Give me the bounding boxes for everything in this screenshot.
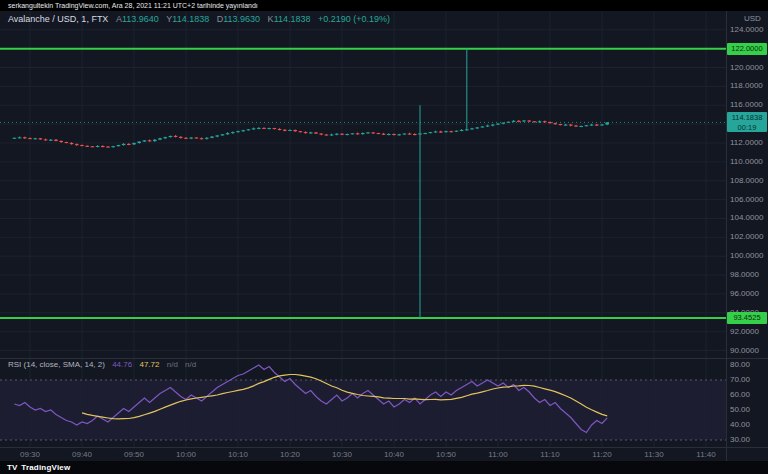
price-tick-label: 116.0000 <box>730 101 768 109</box>
currency-label[interactable]: USD <box>744 14 761 23</box>
time-tick-label: 11:00 <box>483 450 513 459</box>
lower-line-price-badge: 93.4525 <box>727 312 767 324</box>
rsi-ma-value: 47.72 <box>139 360 159 369</box>
bar-countdown: 00:19 <box>727 123 767 133</box>
tradingview-snapshot: serkangultekin TradingView.com, Ara 28, … <box>0 0 768 474</box>
rsi-current-value: 44.76 <box>112 360 132 369</box>
rsi-tick-label: 60.00 <box>730 391 768 399</box>
footer-bar: TVTradingView <box>0 461 768 474</box>
time-tick-label: 10:20 <box>275 450 305 459</box>
last-price-value: 114.1838 <box>727 113 767 123</box>
time-tick-label: 09:40 <box>67 450 97 459</box>
change-value: +0.2190 (+0.19%) <box>318 14 390 24</box>
price-tick-label: 106.0000 <box>730 196 768 204</box>
time-tick-label: 10:30 <box>327 450 357 459</box>
price-tick-label: 108.0000 <box>730 177 768 185</box>
time-tick-label: 10:10 <box>223 450 253 459</box>
rsi-legend[interactable]: RSI (14, close, SMA, 14, 2) 44.76 47.72 … <box>8 360 196 369</box>
upper-line-price-badge: 122.0000 <box>727 43 767 55</box>
last-price-badge: 114.1838 00:19 <box>727 112 767 132</box>
time-tick-label: 10:50 <box>431 450 461 459</box>
chart-canvas[interactable] <box>0 0 768 474</box>
candles-group <box>13 49 609 318</box>
price-tick-label: 96.0000 <box>730 290 768 298</box>
symbol-title[interactable]: Avalanche / USD, 1, FTX <box>8 14 108 24</box>
rsi-tick-label: 80.00 <box>730 361 768 369</box>
price-tick-label: 104.0000 <box>730 214 768 222</box>
symbol-legend[interactable]: Avalanche / USD, 1, FTX A113.9640 Y114.1… <box>8 14 390 24</box>
price-tick-label: 112.0000 <box>730 139 768 147</box>
rsi-extra-value-2: n/d <box>185 360 196 369</box>
price-tick-label: 90.0000 <box>730 347 768 355</box>
close-value: 114.1838 <box>274 14 311 24</box>
rsi-tick-label: 50.00 <box>730 406 768 414</box>
price-tick-label: 118.0000 <box>730 82 768 90</box>
time-tick-label: 10:40 <box>379 450 409 459</box>
time-tick-label: 11:40 <box>691 450 721 459</box>
price-tick-label: 102.0000 <box>730 233 768 241</box>
high-value: 114.1838 <box>172 14 209 24</box>
time-tick-label: 11:10 <box>535 450 565 459</box>
price-tick-label: 110.0000 <box>730 158 768 166</box>
rsi-tick-label: 30.00 <box>730 436 768 444</box>
tradingview-logo-icon[interactable]: TV <box>7 461 17 474</box>
time-tick-label: 09:50 <box>119 450 149 459</box>
horizontal-price-lines[interactable] <box>0 49 726 318</box>
time-tick-label: 11:20 <box>587 450 617 459</box>
price-tick-label: 98.0000 <box>730 271 768 279</box>
rsi-band <box>0 380 726 440</box>
price-tick-label: 120.0000 <box>730 64 768 72</box>
rsi-tick-label: 40.00 <box>730 421 768 429</box>
price-tick-label: 100.0000 <box>730 252 768 260</box>
open-value: 113.9640 <box>122 14 159 24</box>
tradingview-brand[interactable]: TradingView <box>21 463 70 472</box>
rsi-extra-value-1: n/d <box>167 360 178 369</box>
time-tick-label: 11:30 <box>639 450 669 459</box>
time-tick-label: 09:30 <box>15 450 45 459</box>
low-value: 113.9630 <box>223 14 260 24</box>
rsi-tick-label: 70.00 <box>730 376 768 384</box>
rsi-title[interactable]: RSI (14, close, SMA, 14, 2) <box>8 360 105 369</box>
price-tick-label: 124.0000 <box>730 26 768 34</box>
time-tick-label: 10:00 <box>171 450 201 459</box>
price-tick-label: 92.0000 <box>730 328 768 336</box>
